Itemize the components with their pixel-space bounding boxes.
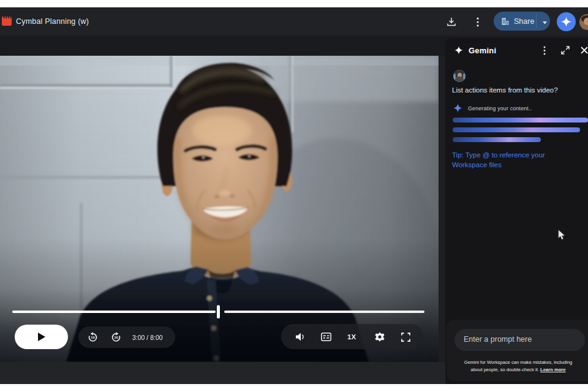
svg-text:10: 10 bbox=[91, 336, 95, 339]
svg-text:10: 10 bbox=[114, 336, 118, 339]
